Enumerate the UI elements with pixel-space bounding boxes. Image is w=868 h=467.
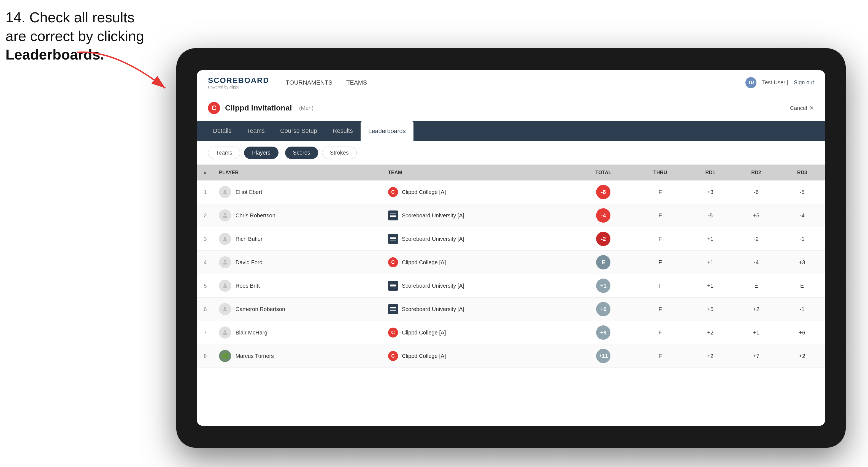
svg-rect-16 — [390, 307, 396, 308]
score-badge: -8 — [596, 185, 611, 199]
leaderboard-table-container: # PLAYER TEAM TOTAL THRU RD1 RD2 RD3 1El… — [197, 165, 825, 426]
tab-course-setup[interactable]: Course Setup — [273, 121, 325, 141]
svg-rect-5 — [390, 216, 396, 217]
score-badge: -2 — [596, 232, 611, 246]
signout-link[interactable]: Sign out — [794, 79, 814, 86]
team-name: Clippd College [A] — [402, 353, 446, 359]
player-name: Cameron Robertson — [236, 306, 285, 312]
cell-rank: 7 — [197, 321, 214, 344]
cell-player: Blair McHarg — [214, 321, 383, 344]
svg-point-19 — [224, 330, 226, 333]
cell-rd2: E — [733, 274, 779, 298]
col-total: TOTAL — [574, 165, 633, 181]
cell-rd3: -5 — [779, 181, 825, 204]
score-badge: +1 — [596, 279, 611, 293]
svg-point-11 — [224, 283, 226, 286]
cell-thru: F — [633, 344, 687, 368]
team-name: Scoreboard University [A] — [402, 306, 464, 312]
table-row: 2Chris RobertsonScoreboard University [A… — [197, 204, 825, 227]
cell-thru: F — [633, 298, 687, 321]
col-rd3: RD3 — [779, 165, 825, 181]
player-name: David Ford — [236, 259, 262, 266]
col-player: PLAYER — [214, 165, 383, 181]
svg-point-6 — [224, 237, 226, 239]
team-icon: C — [388, 187, 398, 197]
filter-teams[interactable]: Teams — [208, 147, 240, 159]
cell-total: +6 — [574, 298, 633, 321]
tournament-title: Clippd Invitational — [225, 103, 292, 113]
user-label: Test User | — [762, 79, 788, 86]
player-avatar — [219, 256, 231, 268]
team-icon: C — [388, 328, 398, 338]
team-icon — [388, 234, 398, 244]
cell-rd2: -2 — [733, 227, 779, 251]
navbar: SCOREBOARD Powered by clippd TOURNAMENTS… — [197, 70, 825, 95]
tab-leaderboards[interactable]: Leaderboards — [361, 121, 413, 141]
instruction-text: 14. Check all results are correct by cli… — [5, 8, 144, 64]
team-icon — [388, 304, 398, 314]
cell-team: CClippd College [A] — [383, 181, 574, 204]
player-avatar — [219, 209, 231, 221]
leaderboard-table: # PLAYER TEAM TOTAL THRU RD1 RD2 RD3 1El… — [197, 165, 825, 368]
player-name: Blair McHarg — [236, 330, 268, 336]
cell-rd2: +5 — [733, 204, 779, 227]
cell-rank: 3 — [197, 227, 214, 251]
table-row: 4David FordCClippd College [A]EF+1-4+3 — [197, 251, 825, 274]
filter-players[interactable]: Players — [244, 147, 279, 159]
cell-thru: F — [633, 251, 687, 274]
filter-scores[interactable]: Scores — [285, 147, 318, 159]
svg-rect-12 — [390, 284, 396, 285]
tournament-header: C Clippd Invitational (Men) Cancel ✕ — [197, 95, 825, 121]
team-name: Scoreboard University [A] — [402, 283, 464, 289]
cell-player: 🌿Marcus Turners — [214, 344, 383, 368]
team-name: Clippd College [A] — [402, 259, 446, 266]
cell-rank: 1 — [197, 181, 214, 204]
table-row: 5Rees BrittScoreboard University [A]+1F+… — [197, 274, 825, 298]
nav-right: TU Test User | Sign out — [745, 77, 814, 88]
player-avatar — [219, 233, 231, 245]
cell-team: CClippd College [A] — [383, 321, 574, 344]
team-name: Clippd College [A] — [402, 189, 446, 195]
col-rd1: RD1 — [687, 165, 733, 181]
tournament-title-row: C Clippd Invitational (Men) — [208, 102, 313, 114]
cell-total: +9 — [574, 321, 633, 344]
svg-rect-3 — [390, 214, 396, 214]
cell-rank: 4 — [197, 251, 214, 274]
tab-results[interactable]: Results — [325, 121, 361, 141]
cell-total: -8 — [574, 181, 633, 204]
cell-rd3: E — [779, 274, 825, 298]
cell-player: David Ford — [214, 251, 383, 274]
svg-rect-17 — [390, 309, 396, 309]
cell-rank: 5 — [197, 274, 214, 298]
logo-text: SCOREBOARD — [208, 76, 269, 85]
score-badge: -4 — [596, 208, 611, 223]
svg-point-2 — [224, 213, 226, 215]
filter-strokes[interactable]: Strokes — [322, 147, 357, 159]
player-name: Marcus Turners — [236, 353, 274, 359]
cell-thru: F — [633, 204, 687, 227]
table-row: 7Blair McHargCClippd College [A]+9F+2+1+… — [197, 321, 825, 344]
player-avatar — [219, 186, 231, 198]
cell-total: +11 — [574, 344, 633, 368]
cell-rd1: +5 — [687, 298, 733, 321]
score-badge: +11 — [596, 349, 611, 363]
cell-rd2: -4 — [733, 251, 779, 274]
tablet-screen: SCOREBOARD Powered by clippd TOURNAMENTS… — [197, 70, 825, 426]
cell-rd2: -6 — [733, 181, 779, 204]
cell-rd1: +1 — [687, 251, 733, 274]
cell-rd3: -1 — [779, 227, 825, 251]
nav-tournaments[interactable]: TOURNAMENTS — [286, 78, 333, 88]
cell-rd1: +3 — [687, 181, 733, 204]
tab-teams[interactable]: Teams — [239, 121, 273, 141]
cancel-button[interactable]: Cancel ✕ — [790, 105, 814, 111]
tab-details[interactable]: Details — [205, 121, 239, 141]
score-badge: +6 — [596, 302, 611, 316]
col-rd2: RD2 — [733, 165, 779, 181]
player-avatar — [219, 303, 231, 315]
cell-rd1: -5 — [687, 204, 733, 227]
cell-total: -2 — [574, 227, 633, 251]
nav-teams[interactable]: TEAMS — [346, 78, 367, 88]
svg-rect-9 — [390, 240, 396, 241]
svg-rect-4 — [390, 215, 396, 216]
cell-total: E — [574, 251, 633, 274]
